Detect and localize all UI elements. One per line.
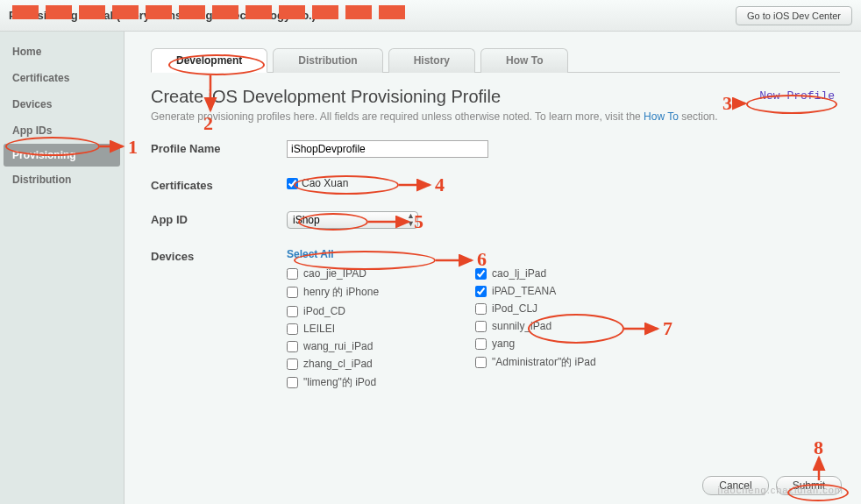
device-item[interactable]: sunnily_iPad [475, 320, 596, 332]
page-subtext: Generate provisioning profiles here. All… [151, 110, 840, 123]
sidebar: Home Certificates Devices App IDs Provis… [0, 32, 125, 504]
device-checkbox[interactable] [475, 268, 487, 280]
device-checkbox[interactable] [287, 323, 298, 335]
device-checkbox[interactable] [287, 377, 298, 388]
device-item[interactable]: cao_jie_IPAD [287, 267, 379, 280]
device-item[interactable]: wang_rui_iPad [287, 340, 379, 352]
device-item[interactable]: yang [475, 337, 596, 350]
device-checkbox[interactable] [287, 341, 298, 352]
sidebar-item-provisioning[interactable]: Provisioning [4, 144, 120, 167]
submit-button[interactable]: Submit [776, 476, 842, 495]
cancel-button[interactable]: Cancel [702, 476, 768, 495]
device-item[interactable]: "Administrator"的 iPad [475, 355, 596, 370]
appid-label: App ID [151, 211, 287, 226]
device-label: cao_lj_iPad [492, 267, 546, 280]
sidebar-item-distribution[interactable]: Distribution [0, 167, 124, 193]
page-title: Create iOS Development Provisioning Prof… [151, 87, 840, 107]
device-checkbox[interactable] [475, 303, 487, 315]
device-label: iPAD_TEANA [492, 285, 556, 297]
certificate-checkbox[interactable] [287, 178, 298, 189]
tab-development[interactable]: Development [151, 48, 267, 73]
device-checkbox[interactable] [287, 306, 298, 317]
device-label: wang_rui_iPad [303, 340, 373, 352]
device-checkbox[interactable] [475, 338, 487, 350]
device-checkbox[interactable] [287, 268, 298, 280]
device-item[interactable]: cao_lj_iPad [475, 267, 596, 280]
sidebar-item-home[interactable]: Home [0, 39, 124, 65]
tabs: Development Distribution History How To [151, 47, 840, 73]
device-item[interactable]: iPod_CLJ [475, 302, 596, 315]
sidebar-item-certificates[interactable]: Certificates [0, 65, 124, 91]
new-profile-link[interactable]: New Profile [759, 89, 835, 103]
device-item[interactable]: LEILEI [287, 323, 379, 335]
howto-link[interactable]: How To [644, 110, 679, 123]
device-checkbox[interactable] [287, 358, 298, 370]
device-checkbox[interactable] [475, 286, 487, 297]
device-label: "limeng"的 iPod [303, 375, 376, 390]
subtext-pre: Generate provisioning profiles here. All… [151, 110, 644, 123]
profile-name-input[interactable] [287, 140, 488, 158]
device-label: iPod_CLJ [492, 302, 537, 315]
device-item[interactable]: iPod_CD [287, 305, 379, 317]
devices-label: Devices [151, 248, 287, 263]
device-label: sunnily_iPad [492, 320, 551, 332]
tab-history[interactable]: History [388, 48, 475, 73]
certificate-name: Cao Xuan [302, 177, 348, 189]
footer-buttons: Cancel Submit [702, 476, 842, 495]
device-label: cao_jie_IPAD [303, 267, 366, 280]
certificates-label: Certificates [151, 177, 287, 192]
device-label: iPod_CD [303, 305, 345, 317]
device-label: yang [492, 337, 515, 350]
device-item[interactable]: zhang_cl_iPad [287, 358, 379, 370]
go-to-devcenter-button[interactable]: Go to iOS Dev Center [736, 6, 852, 25]
select-all-link[interactable]: Select All [287, 248, 334, 260]
device-label: LEILEI [303, 323, 335, 335]
sidebar-item-devices[interactable]: Devices [0, 91, 124, 117]
profile-name-label: Profile Name [151, 140, 287, 155]
device-item[interactable]: iPAD_TEANA [475, 285, 596, 297]
appid-select[interactable]: iShop [287, 211, 418, 229]
device-label: henry 的 iPhone [303, 285, 379, 300]
device-item[interactable]: henry 的 iPhone [287, 285, 379, 300]
tab-distribution[interactable]: Distribution [273, 48, 382, 73]
device-label: zhang_cl_iPad [303, 358, 373, 370]
device-label: "Administrator"的 iPad [492, 355, 596, 370]
tab-howto[interactable]: How To [480, 48, 568, 73]
device-checkbox[interactable] [475, 321, 487, 332]
subtext-post: section. [679, 110, 718, 123]
device-checkbox[interactable] [287, 287, 298, 298]
device-item[interactable]: "limeng"的 iPod [287, 375, 379, 390]
redaction-overlay [12, 5, 405, 19]
content: Development Distribution History How To … [125, 32, 861, 504]
device-checkbox[interactable] [475, 357, 487, 368]
sidebar-item-appids[interactable]: App IDs [0, 117, 124, 144]
certificate-item[interactable]: Cao Xuan [287, 177, 840, 189]
